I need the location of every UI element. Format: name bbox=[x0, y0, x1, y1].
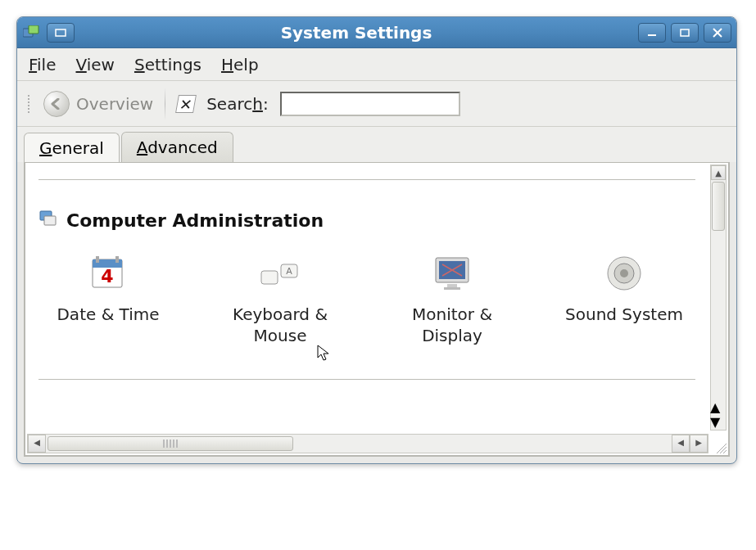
scroll-up-icon[interactable]: ▲ bbox=[711, 165, 726, 180]
back-icon bbox=[43, 91, 70, 117]
tile-sound-system[interactable]: Sound System bbox=[555, 251, 694, 325]
svg-rect-8 bbox=[44, 216, 56, 225]
svg-rect-22 bbox=[444, 287, 460, 290]
section-title: Computer Administration bbox=[66, 210, 324, 231]
tile-label: Date & Time bbox=[38, 304, 178, 325]
search-label: Search: bbox=[206, 94, 268, 114]
tab-advanced[interactable]: Advanced bbox=[121, 132, 233, 162]
hscroll-track[interactable] bbox=[46, 435, 672, 453]
svg-rect-13 bbox=[115, 256, 119, 263]
svg-line-28 bbox=[723, 450, 727, 453]
menu-view[interactable]: View bbox=[75, 55, 114, 74]
overview-button[interactable]: Overview bbox=[43, 91, 153, 117]
svg-rect-1 bbox=[29, 25, 38, 34]
svg-point-25 bbox=[620, 269, 628, 277]
keyboard-icon: A bbox=[258, 251, 302, 295]
vertical-scrollbar[interactable]: ▲ bbox=[710, 165, 727, 431]
toolbar: Overview ✕ Search: bbox=[17, 81, 736, 127]
clear-search-icon[interactable]: ✕ bbox=[175, 95, 197, 113]
overview-label: Overview bbox=[76, 94, 153, 114]
tile-keyboard-mouse[interactable]: A Keyboard & Mouse bbox=[211, 251, 350, 346]
scroll-step-up-icon[interactable]: ▲ bbox=[710, 399, 727, 414]
menu-settings[interactable]: Settings bbox=[134, 55, 201, 74]
icon-grid: 4 Date & Time A Keyboard & Mou bbox=[38, 243, 695, 354]
svg-line-27 bbox=[720, 447, 727, 453]
monitor-icon bbox=[430, 251, 474, 295]
resize-grip[interactable] bbox=[710, 434, 727, 453]
toolbar-separator bbox=[165, 88, 165, 120]
section-header: Computer Administration bbox=[38, 210, 695, 232]
scroll-right-icon[interactable]: ▶ bbox=[690, 435, 708, 453]
window-title: System Settings bbox=[75, 23, 638, 43]
scroll-left2-icon[interactable]: ◀ bbox=[672, 435, 690, 453]
content-scroll: Computer Administration 4 Date & Time bbox=[25, 163, 708, 432]
tile-label: Keyboard & Mouse bbox=[211, 304, 350, 346]
maximize-button[interactable] bbox=[671, 23, 699, 43]
scroll-stepper: ▲ ▼ bbox=[710, 399, 727, 431]
svg-rect-14 bbox=[261, 271, 278, 284]
svg-rect-2 bbox=[56, 29, 66, 36]
svg-text:A: A bbox=[286, 266, 292, 277]
tile-date-time[interactable]: 4 Date & Time bbox=[38, 251, 178, 325]
close-button[interactable] bbox=[704, 23, 731, 43]
menu-help[interactable]: Help bbox=[221, 55, 259, 74]
tile-label: Sound System bbox=[555, 304, 694, 325]
svg-rect-21 bbox=[447, 284, 457, 287]
toolbar-handle[interactable] bbox=[25, 89, 32, 119]
svg-rect-12 bbox=[96, 256, 99, 263]
system-settings-window: System Settings File View Settings Help bbox=[16, 16, 737, 464]
search-input[interactable] bbox=[280, 92, 460, 116]
content-pane: Computer Administration 4 Date & Time bbox=[24, 162, 730, 457]
computer-icon bbox=[38, 210, 58, 232]
tab-bar: General Advanced bbox=[17, 127, 736, 162]
menubar: File View Settings Help bbox=[17, 48, 736, 81]
svg-rect-4 bbox=[681, 29, 689, 36]
menu-file[interactable]: File bbox=[29, 55, 56, 74]
calendar-icon: 4 bbox=[86, 251, 130, 295]
minimize-button[interactable] bbox=[638, 23, 666, 43]
horizontal-scrollbar[interactable]: ◀ ◀ ▶ bbox=[27, 434, 708, 453]
tile-label: Monitor & Display bbox=[383, 304, 522, 346]
speaker-icon bbox=[602, 251, 646, 295]
tab-general[interactable]: General bbox=[24, 133, 120, 163]
vscroll-thumb[interactable] bbox=[712, 182, 725, 231]
tile-monitor-display[interactable]: Monitor & Display bbox=[383, 251, 522, 346]
hscroll-thumb[interactable] bbox=[48, 436, 293, 451]
divider bbox=[38, 379, 695, 380]
scroll-step-down-icon[interactable]: ▼ bbox=[710, 414, 727, 429]
titlebar[interactable]: System Settings bbox=[17, 17, 736, 48]
window-menu-button[interactable] bbox=[47, 23, 75, 43]
divider bbox=[38, 179, 695, 180]
svg-text:4: 4 bbox=[101, 266, 113, 286]
app-icon bbox=[22, 25, 42, 41]
scroll-left-icon[interactable]: ◀ bbox=[28, 435, 46, 453]
